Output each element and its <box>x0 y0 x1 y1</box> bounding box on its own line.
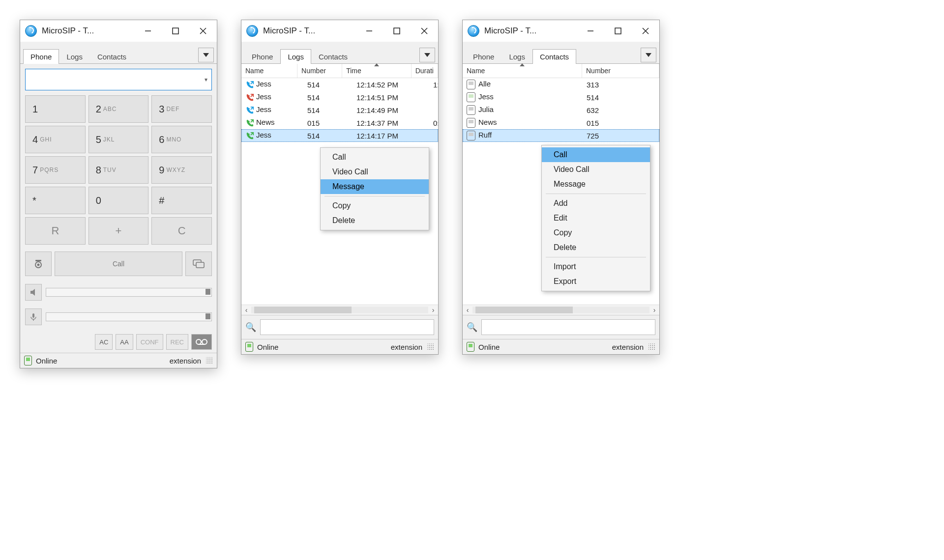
account-label[interactable]: extension <box>170 357 201 365</box>
mic-volume-slider[interactable] <box>46 312 212 321</box>
keypad-3[interactable]: 3DEF <box>151 95 212 123</box>
call-button[interactable]: Call <box>55 252 182 276</box>
keypad-8[interactable]: 8TUV <box>88 156 149 184</box>
h-scrollbar[interactable]: ‹ › <box>241 305 438 315</box>
redial-button[interactable]: R <box>25 217 86 245</box>
keypad-*[interactable]: * <box>25 187 86 214</box>
contact-row[interactable]: Julia632 <box>463 104 659 116</box>
col-number[interactable]: Number <box>582 64 659 78</box>
tab-phone[interactable]: Phone <box>244 49 280 64</box>
col-number[interactable]: Number <box>297 64 342 78</box>
voicemail-button[interactable] <box>191 334 212 350</box>
col-name[interactable]: Name <box>463 64 582 78</box>
menu-item-delete[interactable]: Delete <box>542 240 650 255</box>
rec-button[interactable]: REC <box>166 334 188 350</box>
account-label[interactable]: extension <box>612 343 644 351</box>
menu-item-video-call[interactable]: Video Call <box>321 165 429 179</box>
col-name[interactable]: Name <box>241 64 297 78</box>
ac-button[interactable]: AC <box>95 334 113 350</box>
resize-grip[interactable] <box>649 343 655 350</box>
keypad-4[interactable]: 4GHI <box>25 126 86 153</box>
maximize-button[interactable] <box>162 20 189 42</box>
menu-item-import[interactable]: Import <box>542 259 650 274</box>
minimize-button[interactable] <box>355 20 383 42</box>
logs-context-menu[interactable]: CallVideo CallMessageCopyDelete <box>320 147 429 230</box>
speaker-button[interactable] <box>25 284 42 301</box>
keypad-6[interactable]: 6MNO <box>151 126 212 153</box>
h-scrollbar[interactable]: ‹ › <box>463 305 659 315</box>
keypad-#[interactable]: # <box>151 187 212 214</box>
menu-item-call[interactable]: Call <box>542 147 650 162</box>
tab-logs[interactable]: Logs <box>280 49 311 64</box>
tab-menu-button[interactable] <box>641 48 656 62</box>
scroll-left-icon[interactable]: ‹ <box>463 306 472 314</box>
col-time[interactable]: Time <box>342 64 412 78</box>
menu-item-call[interactable]: Call <box>321 150 429 165</box>
menu-item-message[interactable]: Message <box>542 177 650 192</box>
titlebar[interactable]: MicroSIP - T... <box>20 20 217 42</box>
contacts-context-menu[interactable]: CallVideo CallMessageAddEditCopyDeleteIm… <box>541 145 650 291</box>
tab-menu-button[interactable] <box>198 48 214 62</box>
scroll-right-icon[interactable]: › <box>428 306 438 314</box>
search-input[interactable] <box>260 319 434 335</box>
menu-item-delete[interactable]: Delete <box>321 213 429 228</box>
tab-logs[interactable]: Logs <box>502 49 532 64</box>
keypad-5[interactable]: 5JKL <box>88 126 149 153</box>
message-button[interactable] <box>185 252 212 276</box>
close-button[interactable] <box>189 20 217 42</box>
menu-item-edit[interactable]: Edit <box>542 211 650 225</box>
keypad-1[interactable]: 1 <box>25 95 86 123</box>
maximize-button[interactable] <box>383 20 411 42</box>
log-row[interactable]: Jess51412:14:51 PM <box>241 91 438 104</box>
resize-grip[interactable] <box>427 343 434 350</box>
log-row[interactable]: Jess51412:14:17 PM <box>241 129 438 142</box>
tab-contacts[interactable]: Contacts <box>532 49 576 64</box>
menu-item-copy[interactable]: Copy <box>542 225 650 240</box>
tab-menu-button[interactable] <box>419 48 435 62</box>
maximize-button[interactable] <box>604 20 632 42</box>
log-row[interactable]: Jess51412:14:52 PM1:38 <box>241 78 438 91</box>
resize-grip[interactable] <box>206 357 213 364</box>
contact-row[interactable]: News015 <box>463 116 659 129</box>
keypad-9[interactable]: 9WXYZ <box>151 156 212 184</box>
keypad-2[interactable]: 2ABC <box>88 95 149 123</box>
menu-item-export[interactable]: Export <box>542 274 650 289</box>
minimize-button[interactable] <box>577 20 604 42</box>
dial-combo[interactable]: ▾ <box>25 69 212 90</box>
scroll-left-icon[interactable]: ‹ <box>241 306 251 314</box>
dial-input[interactable] <box>30 74 205 85</box>
menu-item-video-call[interactable]: Video Call <box>542 162 650 177</box>
scroll-right-icon[interactable]: › <box>649 306 659 314</box>
search-input[interactable] <box>481 319 655 335</box>
contact-row[interactable]: Alle313 <box>463 78 659 91</box>
tab-contacts[interactable]: Contacts <box>90 49 134 64</box>
tab-logs[interactable]: Logs <box>59 49 90 64</box>
col-duration[interactable]: Durati <box>412 64 438 78</box>
menu-item-add[interactable]: Add <box>542 196 650 211</box>
speaker-volume-slider[interactable] <box>46 288 212 297</box>
close-button[interactable] <box>632 20 659 42</box>
keypad-0[interactable]: 0 <box>88 187 149 214</box>
menu-item-message[interactable]: Message <box>321 179 429 194</box>
titlebar[interactable]: MicroSIP - T... <box>463 20 659 42</box>
chevron-down-icon[interactable]: ▾ <box>205 76 207 83</box>
aa-button[interactable]: AA <box>116 334 133 350</box>
minimize-button[interactable] <box>134 20 162 42</box>
clear-button[interactable]: C <box>151 217 212 245</box>
tab-phone[interactable]: Phone <box>466 49 502 64</box>
tab-phone[interactable]: Phone <box>23 49 59 64</box>
conf-button[interactable]: CONF <box>136 334 163 350</box>
log-row[interactable]: News01512:14:37 PM0:02 <box>241 116 438 129</box>
mic-button[interactable] <box>25 308 42 325</box>
plus-button[interactable]: + <box>88 217 149 245</box>
video-call-button[interactable] <box>25 252 52 276</box>
contact-row[interactable]: Jess514 <box>463 91 659 104</box>
titlebar[interactable]: MicroSIP - T... <box>241 20 438 42</box>
close-button[interactable] <box>411 20 438 42</box>
account-label[interactable]: extension <box>391 343 422 351</box>
contact-row[interactable]: Ruff725 <box>463 129 659 142</box>
tab-contacts[interactable]: Contacts <box>311 49 355 64</box>
menu-item-copy[interactable]: Copy <box>321 198 429 213</box>
log-row[interactable]: Jess51412:14:49 PM <box>241 104 438 116</box>
keypad-7[interactable]: 7PQRS <box>25 156 86 184</box>
